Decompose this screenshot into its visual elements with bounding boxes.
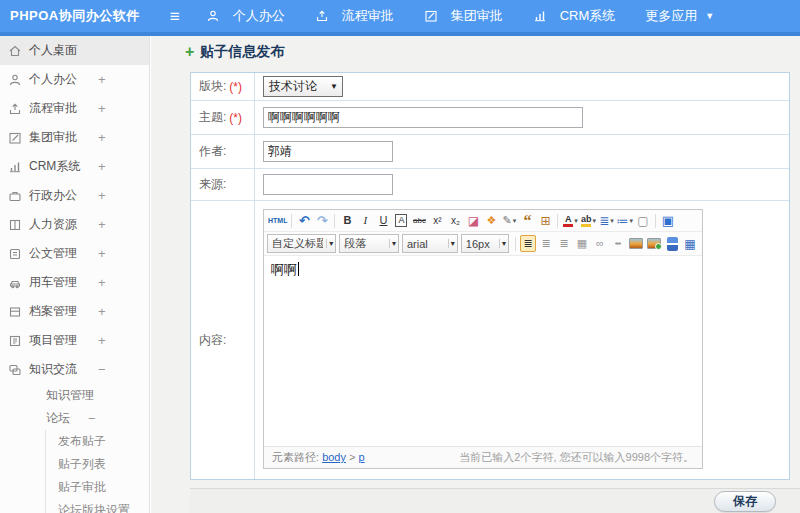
collapse-icon[interactable]: − bbox=[98, 362, 106, 377]
subject-input[interactable] bbox=[263, 107, 583, 128]
sidebar-item-label: 流程审批 bbox=[29, 100, 77, 117]
unordered-list-button[interactable]: ≔ bbox=[616, 212, 633, 229]
board-select[interactable]: 技术讨论 bbox=[263, 76, 343, 97]
sidebar-item-knowledge-exchange[interactable]: 知识交流 − bbox=[0, 355, 149, 384]
align-right-button[interactable]: ≣ bbox=[556, 235, 572, 252]
nav-item-group-approval[interactable]: 集团审批 bbox=[424, 7, 503, 25]
author-input[interactable] bbox=[263, 141, 393, 162]
board-label: 版块: (*) bbox=[191, 73, 255, 100]
custom-heading-dropdown[interactable]: 自定义标题▾ bbox=[267, 234, 336, 253]
topbar-accent-line bbox=[0, 32, 800, 36]
strikethrough-button[interactable]: abc bbox=[411, 212, 427, 229]
sidebar-item-hr[interactable]: 人力资源 + bbox=[0, 210, 149, 239]
sidebar-item-document-mgmt[interactable]: 公文管理 + bbox=[0, 239, 149, 268]
align-left-button[interactable]: ≣ bbox=[520, 235, 536, 252]
undo-button[interactable]: ↶ bbox=[296, 212, 312, 229]
font-family-dropdown[interactable]: arial▾ bbox=[402, 234, 458, 253]
page-title: + 贴子信息发布 bbox=[151, 36, 800, 68]
sidebar-item-forum[interactable]: 论坛 − bbox=[0, 407, 149, 430]
ordered-list-button[interactable]: ≣ bbox=[598, 212, 614, 229]
subscript-button[interactable]: x₂ bbox=[447, 212, 463, 229]
expand-icon[interactable]: + bbox=[98, 188, 106, 203]
nav-item-more-apps[interactable]: 更多应用 ▼ bbox=[645, 7, 714, 25]
image-icon bbox=[629, 238, 643, 249]
source-input[interactable] bbox=[263, 174, 393, 195]
redo-button[interactable]: ↷ bbox=[314, 212, 330, 229]
new-page-button[interactable]: ▢ bbox=[635, 212, 651, 229]
expand-icon[interactable]: + bbox=[98, 304, 106, 319]
paragraph-dropdown[interactable]: 段落▾ bbox=[339, 234, 399, 253]
expand-icon[interactable]: + bbox=[98, 217, 106, 232]
html-source-button[interactable]: HTML bbox=[268, 212, 287, 229]
align-center-button[interactable]: ≣ bbox=[538, 235, 554, 252]
highlight-color-button[interactable]: ab bbox=[580, 212, 596, 229]
sidebar-item-admin-office[interactable]: 行政办公 + bbox=[0, 181, 149, 210]
sidebar-item-post-list[interactable]: 贴子列表 bbox=[0, 453, 149, 476]
sidebar-item-workflow-approval[interactable]: 流程审批 + bbox=[0, 94, 149, 123]
sidebar-item-forum-board-settings[interactable]: 论坛版块设置 bbox=[0, 499, 149, 513]
fullscreen-button[interactable]: ▣ bbox=[660, 212, 676, 229]
nav-item-personal-office[interactable]: 个人办公 bbox=[206, 7, 285, 25]
expand-icon[interactable]: + bbox=[98, 246, 106, 261]
sidebar-item-archive-mgmt[interactable]: 档案管理 + bbox=[0, 297, 149, 326]
sidebar-item-label: 档案管理 bbox=[29, 303, 77, 320]
nav-item-crm[interactable]: CRM系统 bbox=[533, 7, 616, 25]
link-button[interactable]: ∞ bbox=[592, 235, 608, 252]
nav-item-workflow-approval[interactable]: 流程审批 bbox=[315, 7, 394, 25]
underline-button[interactable]: U bbox=[375, 212, 391, 229]
source-label: 来源: bbox=[191, 169, 255, 200]
image-button[interactable] bbox=[628, 235, 644, 252]
footer-bar: 保存 bbox=[190, 488, 800, 513]
sidebar-item-knowledge-mgmt[interactable]: 知识管理 bbox=[0, 384, 149, 407]
expand-icon[interactable]: + bbox=[98, 333, 106, 348]
expand-icon[interactable]: + bbox=[98, 159, 106, 174]
insert-table-button[interactable]: ▦ bbox=[682, 235, 698, 252]
superscript-button[interactable]: x² bbox=[429, 212, 445, 229]
caret-down-icon: ▾ bbox=[326, 239, 333, 248]
emotion-button[interactable]: ⊞ bbox=[537, 212, 553, 229]
sidebar-item-personal-office[interactable]: 个人办公 + bbox=[0, 65, 149, 94]
blockquote-button[interactable]: “ bbox=[519, 212, 535, 229]
format-painter-button[interactable]: ✎ bbox=[501, 212, 517, 229]
save-button[interactable]: 保存 bbox=[714, 491, 776, 512]
sidebar-item-project-mgmt[interactable]: 项目管理 + bbox=[0, 326, 149, 355]
align-justify-button[interactable]: ▦ bbox=[574, 235, 590, 252]
add-plus-icon: + bbox=[185, 44, 194, 60]
hamburger-menu-icon[interactable]: ≡ bbox=[170, 8, 180, 25]
expand-icon[interactable]: + bbox=[98, 275, 106, 290]
font-size-dropdown[interactable]: 16px▾ bbox=[461, 234, 509, 253]
expand-icon[interactable]: + bbox=[98, 101, 106, 116]
path-body-link[interactable]: body bbox=[322, 451, 346, 463]
sidebar-item-post-approval[interactable]: 贴子审批 bbox=[0, 476, 149, 499]
font-color-button[interactable]: A bbox=[562, 212, 578, 229]
expand-icon[interactable]: + bbox=[98, 72, 106, 87]
expand-icon[interactable]: + bbox=[98, 130, 106, 145]
char-border-button[interactable]: A bbox=[395, 214, 407, 227]
workflow-icon bbox=[315, 9, 329, 23]
nav-label: 流程审批 bbox=[342, 7, 394, 25]
content-label: 内容: bbox=[191, 201, 255, 479]
edit-icon bbox=[8, 131, 22, 145]
rich-text-editor: HTML ↶ ↷ B I U A abc x² x₂ ◪ ❖ bbox=[263, 209, 703, 469]
collapse-icon[interactable]: − bbox=[88, 411, 96, 426]
path-p-link[interactable]: p bbox=[359, 451, 365, 463]
sidebar-item-personal-desktop[interactable]: 个人桌面 bbox=[0, 36, 149, 65]
caret-down-icon: ▼ bbox=[705, 11, 714, 21]
sidebar-item-publish-post[interactable]: 发布贴子 bbox=[0, 430, 149, 453]
eraser-button[interactable]: ◪ bbox=[465, 212, 481, 229]
italic-button[interactable]: I bbox=[357, 212, 373, 229]
car-icon bbox=[8, 276, 22, 290]
sidebar-item-group-approval[interactable]: 集团审批 + bbox=[0, 123, 149, 152]
media-icon bbox=[667, 237, 678, 251]
sidebar-item-crm[interactable]: CRM系统 + bbox=[0, 152, 149, 181]
unlink-button[interactable]: ∞ bbox=[610, 235, 626, 252]
media-button[interactable] bbox=[664, 235, 680, 252]
subject-label: 主题: (*) bbox=[191, 101, 255, 134]
editor-content-area[interactable]: 啊啊 bbox=[264, 256, 702, 446]
clean-format-button[interactable]: ❖ bbox=[483, 212, 499, 229]
insert-image-button[interactable] bbox=[646, 235, 662, 252]
sidebar-item-vehicle-mgmt[interactable]: 用车管理 + bbox=[0, 268, 149, 297]
caret-down-icon: ▾ bbox=[499, 239, 506, 248]
toolbar-separator bbox=[291, 214, 292, 228]
bold-button[interactable]: B bbox=[339, 212, 355, 229]
